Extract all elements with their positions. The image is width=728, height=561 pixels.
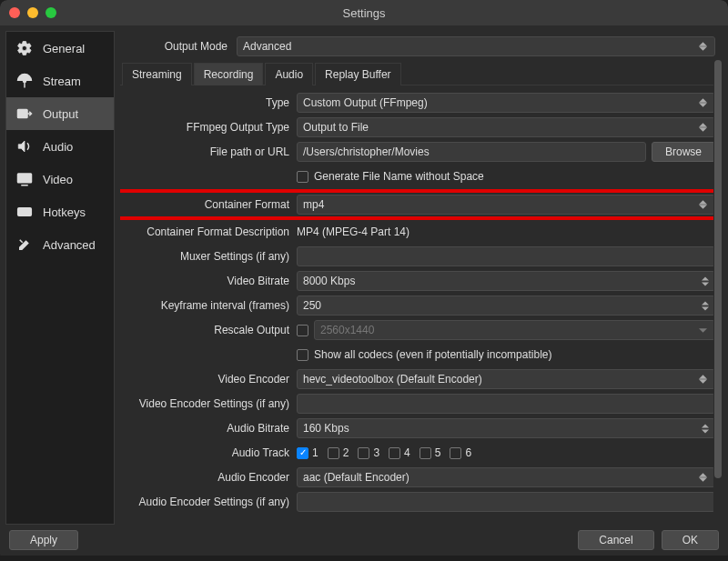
ffmpeg-output-type-select[interactable]: Output to File (297, 117, 715, 137)
row-keyframe: Keyframe interval (frames) 250 (122, 296, 715, 316)
show-codecs-checkbox[interactable] (297, 349, 308, 361)
output-mode-label: Output Mode (127, 40, 228, 53)
row-video-bitrate: Video Bitrate 8000 Kbps (122, 271, 715, 291)
row-type: Type Custom Output (FFmpeg) (122, 93, 715, 113)
video-enc-settings-input[interactable] (297, 394, 715, 414)
row-container-desc: Container Format Description MP4 (MPEG-4… (122, 222, 715, 242)
audio-enc-settings-input[interactable] (297, 492, 715, 512)
audio-track-6-checkbox[interactable] (450, 447, 461, 459)
audio-track-3-checkbox[interactable] (358, 447, 369, 459)
row-audio-bitrate: Audio Bitrate 160 Kbps (122, 418, 715, 438)
sidebar-item-audio[interactable]: Audio (6, 130, 114, 163)
file-path-input[interactable]: /Users/christopher/Movies (297, 142, 646, 162)
ok-button[interactable]: OK (662, 530, 719, 550)
chevron-down-icon (696, 328, 709, 333)
sidebar-item-stream[interactable]: Stream (6, 65, 114, 97)
tools-icon (15, 235, 34, 254)
apply-button[interactable]: Apply (9, 530, 78, 550)
sidebar-item-label: Advanced (43, 238, 96, 252)
maximize-window-button[interactable] (46, 7, 56, 18)
output-mode-select[interactable]: Advanced (237, 36, 715, 56)
row-video-encoder: Video Encoder hevc_videotoolbox (Default… (122, 369, 715, 389)
row-muxer: Muxer Settings (if any) (122, 246, 715, 266)
chevron-updown-icon (696, 123, 709, 132)
close-window-button[interactable] (9, 7, 20, 18)
row-ffmpeg-output-type: FFmpeg Output Type Output to File (122, 117, 715, 137)
tab-replay-buffer[interactable]: Replay Buffer (315, 63, 401, 85)
svg-rect-3 (18, 174, 32, 183)
chevron-updown-icon (696, 98, 709, 107)
gen-filename-checkbox[interactable] (297, 171, 308, 183)
stepper-icon (702, 301, 709, 311)
row-video-enc-settings: Video Encoder Settings (if any) (122, 394, 715, 414)
chevron-updown-icon (696, 375, 709, 384)
video-bitrate-input[interactable]: 8000 Kbps (297, 271, 715, 291)
row-audio-encoder: Audio Encoder aac (Default Encoder) (122, 467, 715, 487)
svg-rect-2 (18, 110, 28, 118)
row-container-format: Container Format mp4 (120, 191, 719, 218)
sidebar: General Stream Output Audio Video (5, 31, 115, 525)
sidebar-item-label: Output (43, 107, 78, 121)
browse-button[interactable]: Browse (652, 142, 715, 162)
row-show-codecs: Show all codecs (even if potentially inc… (122, 345, 715, 365)
window-title: Settings (343, 6, 386, 20)
content: General Stream Output Audio Video (0, 25, 728, 525)
sidebar-item-label: Video (43, 173, 73, 186)
output-mode-row: Output Mode Advanced (120, 31, 723, 62)
audio-bitrate-input[interactable]: 160 Kbps (297, 418, 715, 438)
row-rescale: Rescale Output 2560x1440 (122, 320, 715, 340)
sidebar-item-output[interactable]: Output (6, 97, 114, 130)
sidebar-item-advanced[interactable]: Advanced (6, 228, 114, 261)
chevron-updown-icon (696, 42, 709, 51)
audio-track-group: 1 2 3 4 5 6 (297, 446, 471, 459)
broadcast-icon (15, 72, 34, 90)
svg-rect-5 (18, 208, 32, 216)
sidebar-item-label: Stream (43, 75, 81, 88)
tab-streaming[interactable]: Streaming (122, 63, 192, 85)
video-encoder-select[interactable]: hevc_videotoolbox (Default Encoder) (297, 369, 715, 389)
row-file-path: File path or URL /Users/christopher/Movi… (122, 142, 715, 162)
traffic-lights (9, 7, 56, 18)
audio-track-5-checkbox[interactable] (420, 447, 431, 459)
type-select[interactable]: Custom Output (FFmpeg) (297, 93, 715, 113)
container-desc-value: MP4 (MPEG-4 Part 14) (297, 225, 410, 238)
sidebar-item-label: General (43, 42, 85, 55)
show-codecs-label: Show all codecs (even if potentially inc… (314, 348, 551, 361)
speaker-icon (15, 137, 34, 155)
keyframe-input[interactable]: 250 (297, 296, 715, 316)
gear-icon (15, 39, 34, 57)
audio-track-4-checkbox[interactable] (389, 447, 400, 459)
rescale-select[interactable]: 2560x1440 (314, 320, 715, 340)
minimize-window-button[interactable] (27, 7, 38, 18)
scrollbar-thumb[interactable] (714, 60, 722, 478)
main-panel: Output Mode Advanced Streaming Recording… (120, 31, 723, 525)
sidebar-item-hotkeys[interactable]: Hotkeys (6, 195, 114, 228)
chevron-updown-icon (696, 473, 709, 482)
title-bar: Settings (0, 0, 728, 25)
cancel-button[interactable]: Cancel (578, 530, 653, 550)
sidebar-item-label: Audio (43, 140, 73, 154)
row-gen-filename: Generate File Name without Space (122, 166, 715, 186)
gen-filename-label: Generate File Name without Space (314, 170, 484, 183)
stepper-icon (702, 276, 709, 286)
muxer-input[interactable] (297, 246, 715, 266)
tab-audio[interactable]: Audio (265, 63, 313, 85)
row-audio-enc-settings: Audio Encoder Settings (if any) (122, 492, 715, 512)
output-tabs: Streaming Recording Audio Replay Buffer (120, 62, 723, 85)
stepper-icon (702, 424, 709, 434)
output-mode-value: Advanced (243, 40, 291, 53)
container-format-select[interactable]: mp4 (297, 195, 715, 215)
rescale-checkbox[interactable] (297, 325, 308, 336)
scrollbar[interactable] (713, 60, 723, 525)
output-icon (15, 105, 34, 123)
tab-recording[interactable]: Recording (194, 63, 264, 85)
footer: Apply Cancel OK (0, 525, 728, 556)
audio-track-1-checkbox[interactable] (297, 447, 308, 459)
sidebar-item-label: Hotkeys (43, 205, 86, 219)
audio-track-2-checkbox[interactable] (328, 447, 339, 459)
sidebar-item-video[interactable]: Video (6, 163, 114, 195)
audio-encoder-select[interactable]: aac (Default Encoder) (297, 467, 715, 487)
keyboard-icon (15, 203, 34, 221)
sidebar-item-general[interactable]: General (6, 32, 114, 65)
form-area: Type Custom Output (FFmpeg) FFmpeg Outpu… (120, 85, 723, 525)
